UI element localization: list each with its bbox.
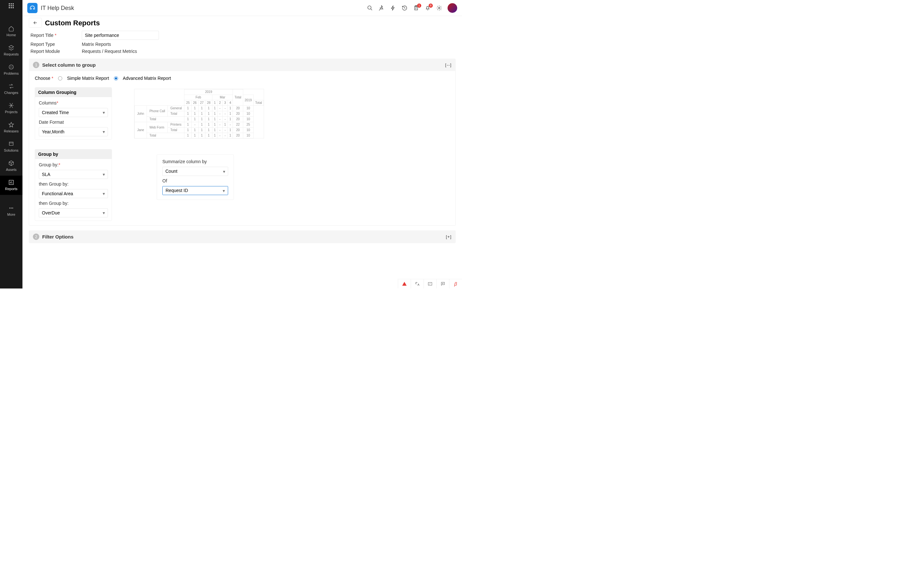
svg-rect-2 [13,3,14,5]
chevron-down-icon: ▾ [103,172,105,177]
radio-simple-label: Simple Matrix Report [67,76,109,81]
sidebar-item-projects[interactable]: Projects [0,99,23,118]
back-button[interactable] [29,18,42,27]
bell-icon[interactable]: 8 [425,5,431,11]
section-title: Filter Options [42,234,443,239]
column-grouping-panel: Column Grouping Columns* Created Time ▾ … [35,87,112,140]
columns-label: Columns* [39,100,108,105]
collapse-toggle[interactable]: [--] [445,63,452,68]
radio-advanced-label: Advanced Matrix Report [123,76,171,81]
svg-point-12 [11,208,12,209]
radio-advanced[interactable] [114,76,118,81]
sidebar-item-label: Requests [4,52,19,56]
sidebar: Home Requests Problems Changes Projects … [0,0,23,288]
sidebar-item-changes[interactable]: Changes [0,79,23,99]
select-value: Created Time [42,110,69,115]
then-group-by-1-label: then Group by: [39,181,108,187]
bolt-icon[interactable] [390,5,396,11]
date-format-select[interactable]: Year,Month ▾ [39,127,108,136]
sidebar-item-solutions[interactable]: Solutions [0,137,23,156]
svg-point-14 [368,6,371,9]
section-number: 2 [33,234,39,240]
sidebar-item-label: Reports [5,187,18,191]
sidebar-item-more[interactable]: More [0,201,23,221]
page-header: Custom Reports [29,18,456,27]
summarize-label: Summarize column by [162,159,228,164]
svg-point-11 [9,208,10,209]
sidebar-item-label: Releases [4,129,19,133]
sidebar-item-label: Projects [5,110,18,114]
svg-rect-5 [13,5,14,6]
chevron-down-icon: ▾ [103,129,105,135]
sidebar-item-home[interactable]: Home [0,22,23,41]
svg-rect-7 [11,7,12,8]
report-module-label: Report Module [31,49,72,54]
of-label: Of [162,179,228,184]
edit-icon[interactable] [423,279,436,288]
of-select[interactable]: Request ID ▾ [162,186,228,195]
sidebar-item-requests[interactable]: Requests [0,41,23,60]
topbar-right: 1 8 [367,3,457,13]
app-logo-icon [27,3,37,13]
report-type-label: Report Type [31,42,72,47]
sidebar-item-label: Changes [4,91,18,95]
select-value: OverDue [42,210,60,215]
svg-rect-1 [11,3,12,5]
date-format-label: Date Format [39,119,108,125]
sidebar-item-label: Home [6,33,16,37]
section-number: 1 [33,62,39,68]
sidebar-item-label: Solutions [4,148,18,153]
sidebar-item-reports[interactable]: Reports [0,176,23,195]
select-value: Request ID [166,188,188,193]
columns-select[interactable]: Created Time ▾ [39,108,108,117]
gear-icon[interactable] [436,5,443,11]
svg-rect-3 [9,5,10,6]
badge-count: 1 [417,3,421,8]
avatar[interactable] [447,3,457,13]
report-title-label: Report Title * [31,33,72,38]
search-icon[interactable] [367,5,373,11]
expand-toggle[interactable]: [+] [446,234,452,239]
badge-count: 8 [429,3,433,8]
select-value: Year,Month [42,129,65,134]
panel-header: Group by [35,149,111,159]
beta-icon[interactable]: β [449,279,462,288]
sidebar-item-assets[interactable]: Assets [0,156,23,176]
chevron-down-icon: ▾ [103,210,105,216]
then-group-by-2-label: then Group by: [39,201,108,206]
section-header[interactable]: 2 Filter Options [+] [29,231,456,243]
sidebar-item-label: More [7,213,15,217]
svg-rect-4 [11,5,12,6]
report-type-value: Matrix Reports [82,42,111,47]
then-group-by-2-select[interactable]: OverDue ▾ [39,208,108,218]
sidebar-item-releases[interactable]: Releases [0,118,23,137]
svg-point-16 [439,7,440,9]
select-value: Count [166,169,178,174]
apps-grid-icon[interactable] [8,3,15,9]
language-icon[interactable] [411,279,423,288]
preview-wrap: 2019TotalFebMar2019252627281234TotalJohn… [125,87,264,139]
clipboard-icon[interactable]: 1 [413,5,419,11]
report-title-input[interactable] [82,31,159,40]
footer-bar: β [398,279,462,288]
summarize-select[interactable]: Count ▾ [162,167,228,176]
preview-table: 2019TotalFebMar2019252627281234TotalJohn… [134,89,264,139]
sidebar-item-problems[interactable]: Problems [0,60,23,79]
sidebar-item-label: Problems [4,71,19,76]
history-icon[interactable] [401,5,408,11]
summarize-panel: Summarize column by Count ▾ Of Request I… [157,155,234,200]
then-group-by-1-select[interactable]: Functional Area ▾ [39,189,108,198]
sidebar-item-label: Assets [6,168,16,172]
section-select-column: 1 Select column to group [--] Choose * S… [29,59,456,226]
alert-icon[interactable] [398,279,411,288]
svg-point-9 [9,65,13,69]
select-value: Functional Area [42,191,73,196]
radio-simple[interactable] [58,76,62,81]
chat-icon[interactable] [436,279,449,288]
report-module-value: Requests / Request Metrics [82,49,137,54]
pin-icon[interactable] [378,5,384,11]
choose-row: Choose * Simple Matrix Report Advanced M… [35,76,450,81]
chevron-down-icon: ▾ [223,169,225,174]
group-by-select[interactable]: SLA ▾ [39,170,108,179]
svg-rect-8 [13,7,14,8]
